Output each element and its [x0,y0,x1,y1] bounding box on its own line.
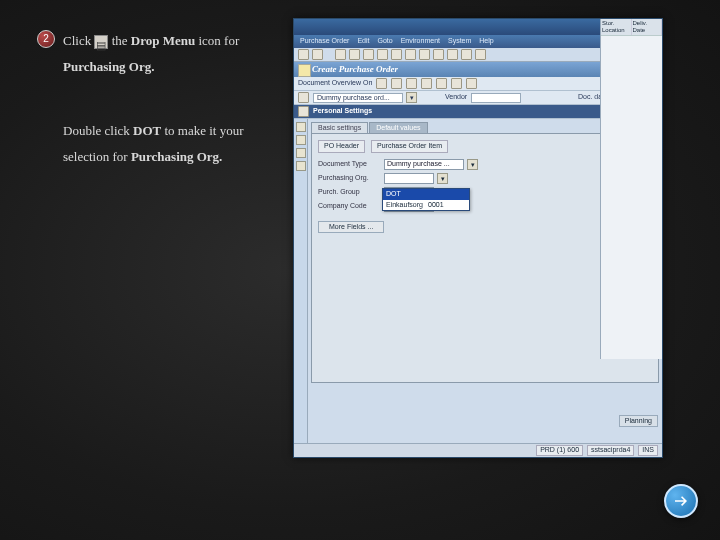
step-number: 2 [43,33,49,44]
planning-button[interactable]: Planning [619,415,658,427]
menu-env[interactable]: Environment [401,37,440,45]
dropdown-option-dot[interactable]: DOT [383,189,469,199]
toolbar-btn[interactable] [298,49,309,60]
status-ins: INS [638,445,658,455]
drop-menu-icon[interactable]: ▾ [406,92,417,103]
toolbar-btn[interactable] [421,78,432,89]
drop-menu-icon [94,35,108,49]
menu-edit[interactable]: Edit [357,37,369,45]
toolbar-btn[interactable] [475,49,486,60]
drop-menu-icon[interactable]: ▾ [437,173,448,184]
toolbar-btn[interactable] [406,78,417,89]
opt-code: Einkaufsorg [386,201,428,209]
tab-default-values[interactable]: Default values [369,122,427,133]
menu-system[interactable]: System [448,37,471,45]
doc-overview-toggle[interactable]: Document Overview On [298,79,372,87]
sap-tree [294,119,308,457]
purch-org-input[interactable] [384,173,434,184]
opt-text: 0001 [428,201,444,209]
tree-item[interactable] [296,161,306,171]
toolbar-btn[interactable] [433,49,444,60]
instr1-pre: Click [63,33,94,48]
toolbar-btn[interactable] [419,49,430,60]
toolbar-btn[interactable] [436,78,447,89]
toolbar-btn[interactable] [461,49,472,60]
instr2-bold2: Purchasing Org. [131,149,223,164]
vendor-label: Vendor [445,93,467,101]
dialog-icon [298,106,309,117]
toolbar-btn[interactable] [363,49,374,60]
toolbar-btn[interactable] [405,49,416,60]
tree-item[interactable] [296,122,306,132]
company-code-label: Company Code [318,202,380,210]
toolbar-btn[interactable] [391,78,402,89]
item-table: Stor. Location Deliv. Date [600,19,662,359]
th-stor-loc: Stor. Location [601,19,632,35]
opt-code: DOT [386,190,428,198]
instr1-bold2: Purchasing Org. [63,59,155,74]
step-badge: 2 [37,30,55,48]
instr1-mid: the [112,33,131,48]
instr2-pre: Double click [63,123,133,138]
tree-item[interactable] [296,135,306,145]
toolbar-btn[interactable] [312,49,323,60]
instr2-bold1: DOT [133,123,161,138]
purch-grp-label: Purch. Group [318,188,380,196]
purch-org-dropdown: DOT Einkaufsorg 0001 [382,188,470,211]
status-system: PRD (1) 600 [536,445,583,455]
doc-type-field[interactable]: Dummy purchase ord... [313,93,403,103]
instruction-2: Double click DOT to make it your selecti… [63,118,283,170]
toolbar-btn[interactable] [447,49,458,60]
doc-type-input[interactable]: Dummy purchase ... [384,159,464,170]
menu-help[interactable]: Help [479,37,493,45]
more-fields-button[interactable]: More Fields ... [318,221,384,233]
toolbar-btn[interactable] [377,49,388,60]
arrow-right-icon [672,492,690,510]
personal-settings-icon[interactable] [466,78,477,89]
doc-type-label: Document Type [318,160,380,168]
tab-basic-settings[interactable]: Basic settings [311,122,368,133]
tree-item[interactable] [296,148,306,158]
instr1-post1: icon for [198,33,239,48]
vendor-field[interactable] [471,93,521,103]
instr1-bold1: Drop Menu [131,33,195,48]
toolbar-btn[interactable] [349,49,360,60]
sap-window: Purchase Order Edit Goto Environment Sys… [293,18,663,458]
purch-org-label: Purchasing Org. [318,174,380,182]
sap-body: Basic settings Default values PO Header … [294,119,662,457]
menu-goto[interactable]: Goto [377,37,392,45]
toolbar-btn[interactable] [376,78,387,89]
toolbar-btn[interactable] [335,49,346,60]
status-server: sstsaciprda4 [587,445,634,455]
sap-statusbar: PRD (1) 600 sstsaciprda4 INS [294,443,662,457]
po-header-pill[interactable]: PO Header [318,140,365,152]
next-slide-button[interactable] [664,484,698,518]
table-header-row: Stor. Location Deliv. Date [601,19,662,36]
expand-icon[interactable] [298,92,309,103]
po-item-pill[interactable]: Purchase Order Item [371,140,448,152]
th-deliv-date: Deliv. Date [632,19,663,35]
dropdown-option-0001[interactable]: Einkaufsorg 0001 [383,200,469,210]
instruction-1: Click the Drop Menu icon for Purchasing … [63,28,283,80]
toolbar-btn[interactable] [451,78,462,89]
personal-settings-label: Personal Settings [313,107,372,115]
toolbar-btn[interactable] [391,49,402,60]
drop-menu-icon[interactable]: ▾ [467,159,478,170]
menu-po[interactable]: Purchase Order [300,37,349,45]
